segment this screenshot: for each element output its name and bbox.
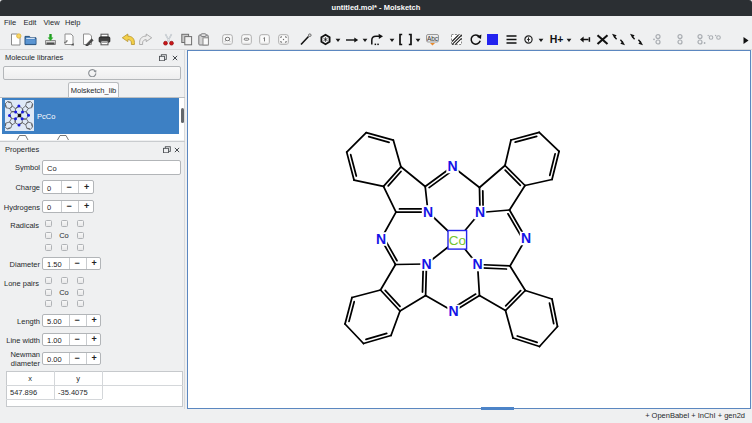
svg-text:N: N [521,230,531,246]
svg-text:N: N [472,256,482,272]
svg-text:Co: Co [449,233,466,248]
svg-text:N: N [421,256,431,272]
svg-text:N: N [447,158,457,174]
svg-text:N: N [376,231,386,247]
svg-text:N: N [448,303,458,319]
svg-text:N: N [475,204,485,220]
svg-text:N: N [423,204,433,220]
